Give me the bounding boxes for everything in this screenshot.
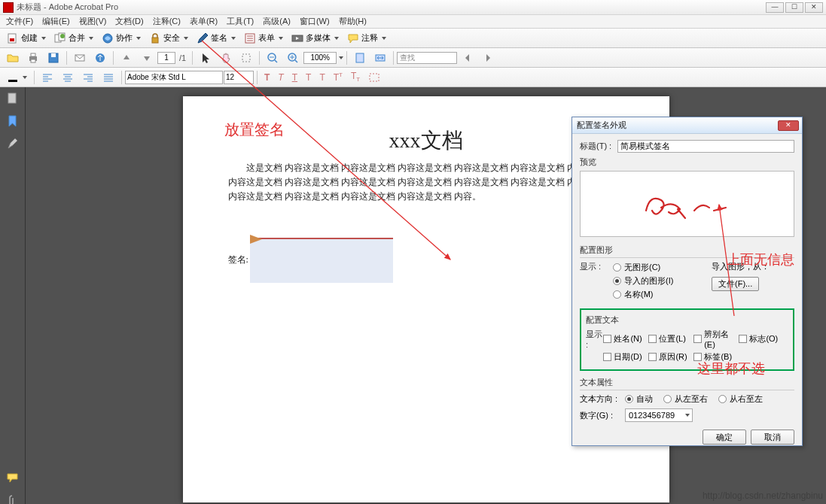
radio-dir-ltr[interactable] [663,395,672,403]
chk-date[interactable] [603,353,611,361]
sign-button[interactable]: 签名 [193,31,239,46]
signature-field[interactable] [250,238,393,283]
comments-panel-icon[interactable] [6,471,20,484]
signature-tab-icon [250,235,262,244]
menu-edit[interactable]: 编辑(E) [39,16,73,27]
chk-name[interactable] [603,335,611,343]
title-input[interactable]: 简易模式签名 [617,140,794,153]
zoom-dropdown[interactable] [339,56,343,59]
page-total: /1 [176,53,189,62]
save-button[interactable] [44,50,63,65]
media-button[interactable]: 多媒体 [288,31,343,46]
text3-button[interactable]: T [288,70,301,85]
chk-reason-label: 原因(R) [659,351,687,363]
align-center-button[interactable] [58,70,78,85]
text6-button[interactable]: TT [330,70,346,85]
comment-button[interactable]: 注释 [343,31,390,46]
chk-date-label: 日期(D) [614,351,642,363]
file-button[interactable]: 文件(F)... [712,277,759,291]
prev-page-button[interactable] [117,50,136,65]
align-justify-button[interactable] [99,70,118,85]
chk-location[interactable] [648,335,657,343]
secure-button[interactable]: 安全 [145,31,192,46]
text7-button[interactable]: TT [347,70,364,85]
text-color-button[interactable] [3,70,31,85]
chk-reason[interactable] [648,353,657,361]
menu-advanced[interactable]: 高级(A) [260,16,294,27]
marquee-tool[interactable] [236,50,256,65]
dialog-title-bar[interactable]: 配置签名外观 ✕ [572,117,802,134]
svg-rect-30 [356,53,364,62]
menu-document[interactable]: 文档(D) [112,16,146,27]
dir-rtl-label: 从右至左 [730,393,763,405]
nav-sidebar [0,87,26,504]
text4-button[interactable]: T [302,70,315,85]
text-t-icon: T [264,72,270,83]
pages-panel-icon[interactable] [6,92,20,105]
zoom-out-icon [267,52,279,64]
dialog-close-button[interactable]: ✕ [778,120,799,131]
search-input[interactable]: 查找 [397,52,457,64]
align-right-button[interactable] [78,70,98,85]
signatures-panel-icon[interactable] [6,137,20,150]
toolbar-tasks: 创建 合并 协作 安全 签名 [0,29,826,48]
menu-view[interactable]: 视图(V) [76,16,110,27]
close-button[interactable]: ✕ [805,2,823,13]
text1-button[interactable]: T [261,70,273,85]
hand-tool[interactable] [216,50,236,65]
radio-dir-rtl[interactable] [718,395,727,403]
font-size-select[interactable]: 12 [224,71,254,84]
svg-rect-14 [31,53,35,56]
chk-logo-label: 标志(O) [749,333,778,345]
search-next[interactable] [478,50,498,65]
select-tool[interactable] [196,50,215,65]
media-icon [291,32,303,44]
text2-button[interactable]: T [274,70,287,85]
email-icon [74,52,86,64]
radio-dir-auto[interactable] [625,395,633,403]
menu-window[interactable]: 窗口(W) [297,16,333,27]
create-button[interactable]: 创建 [3,31,50,46]
align-left-button[interactable] [38,70,57,85]
page-number-input[interactable]: 1 [157,52,175,64]
text8-button[interactable] [364,70,384,85]
menu-comments[interactable]: 注释(C) [150,16,184,27]
digits-select[interactable]: 0123456789 [625,408,693,422]
radio-import[interactable] [613,277,621,285]
email-button[interactable] [70,50,90,65]
fit-width-button[interactable] [370,50,390,65]
next-page-button[interactable] [137,50,157,65]
minimize-button[interactable]: — [766,2,784,13]
open-button[interactable] [3,50,23,65]
menu-file[interactable]: 文件(F) [3,16,36,27]
menu-help[interactable]: 帮助(H) [336,16,370,27]
attachments-panel-icon[interactable] [6,493,20,504]
radio-name[interactable] [613,290,621,299]
maximize-button[interactable]: ☐ [785,2,803,13]
zoom-input[interactable]: 100% [303,52,337,64]
print-button[interactable] [23,50,43,65]
text5-button[interactable]: T [315,70,328,85]
ok-button[interactable]: 确定 [703,430,746,445]
upload-button[interactable] [90,50,110,65]
svg-marker-33 [486,54,490,62]
menu-forms[interactable]: 表单(R) [187,16,221,27]
chk-logo[interactable] [739,335,747,343]
form-button[interactable]: 表单 [240,31,287,46]
zoom-in-button[interactable] [283,50,303,65]
text-group-title: 配置文本 [586,314,788,326]
chk-dn[interactable] [693,335,702,343]
window-title: 未标题 - Adobe Acrobat Pro [17,2,766,13]
fit-page-button[interactable] [350,50,370,65]
radio-none[interactable] [613,263,621,272]
zoom-out-button[interactable] [263,50,282,65]
hand-icon [220,52,232,64]
font-select[interactable]: Adobe 宋体 Std L [125,71,223,84]
bookmarks-panel-icon[interactable] [6,114,20,128]
show-label-2: 显示 : [586,329,603,365]
combine-button[interactable]: 合并 [50,31,97,46]
collab-button[interactable]: 协作 [98,31,145,46]
menu-tools[interactable]: 工具(T) [224,16,257,27]
search-prev[interactable] [458,50,477,65]
cancel-button[interactable]: 取消 [751,430,794,445]
